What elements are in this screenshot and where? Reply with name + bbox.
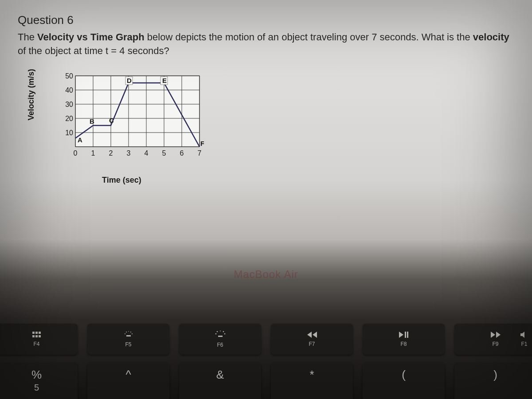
key-8-asterisk[interactable]: * bbox=[271, 363, 353, 399]
ytick-30: 30 bbox=[65, 101, 73, 108]
svg-marker-36 bbox=[313, 332, 317, 338]
x-axis-label: Time (sec) bbox=[102, 176, 141, 185]
svg-marker-37 bbox=[399, 332, 403, 338]
velocity-time-chart: Velocity (m/s) bbox=[40, 71, 217, 196]
svg-point-32 bbox=[216, 331, 218, 332]
svg-point-31 bbox=[224, 333, 225, 334]
svg-marker-42 bbox=[520, 332, 524, 338]
key-9-paren-open[interactable]: ( bbox=[363, 363, 445, 399]
svg-marker-41 bbox=[496, 332, 501, 338]
key-f8[interactable]: F8 bbox=[363, 324, 445, 355]
ytick-10: 10 bbox=[65, 129, 73, 137]
point-label-A: A bbox=[78, 136, 82, 144]
play-pause-icon bbox=[399, 331, 409, 339]
key-7-ampersand[interactable]: & bbox=[179, 363, 261, 399]
percent-symbol: % bbox=[31, 368, 42, 382]
q-text-3: of the object at time t = 4 seconds? bbox=[18, 45, 169, 56]
point-label-E: E bbox=[162, 77, 167, 84]
svg-rect-20 bbox=[32, 335, 35, 337]
svg-point-33 bbox=[223, 331, 224, 332]
chart-svg: 50 40 30 20 10 0 1 2 3 4 5 6 7 A bbox=[62, 71, 204, 169]
q-text-1: The bbox=[18, 31, 37, 43]
q-bold-1: Velocity vs Time Graph bbox=[37, 31, 145, 43]
f4-label: F4 bbox=[33, 341, 39, 347]
f9-label: F9 bbox=[492, 341, 498, 347]
point-label-C: C bbox=[109, 117, 114, 124]
xtick-7: 7 bbox=[198, 149, 202, 157]
caret-symbol: ^ bbox=[125, 368, 131, 382]
svg-rect-17 bbox=[32, 332, 35, 334]
svg-point-27 bbox=[130, 332, 131, 332]
laptop-brand-label: MacBook Air bbox=[0, 268, 532, 281]
xtick-6: 6 bbox=[180, 149, 184, 157]
svg-point-34 bbox=[219, 331, 221, 331]
q-text-2: below depicts the motion of an object tr… bbox=[145, 31, 473, 43]
point-label-D: D bbox=[127, 77, 132, 84]
xtick-5: 5 bbox=[162, 149, 166, 157]
xtick-1: 1 bbox=[91, 149, 95, 157]
svg-rect-39 bbox=[407, 332, 408, 338]
svg-marker-35 bbox=[307, 332, 312, 338]
keyboard-brightness-down-icon bbox=[124, 331, 133, 340]
mute-icon bbox=[520, 331, 528, 339]
rewind-icon bbox=[307, 331, 317, 339]
svg-rect-29 bbox=[218, 336, 223, 337]
svg-point-25 bbox=[132, 333, 133, 334]
svg-rect-19 bbox=[39, 332, 41, 334]
ampersand-symbol: & bbox=[216, 368, 224, 382]
question-number: Question 6 bbox=[18, 13, 514, 27]
key-6-caret[interactable]: ^ bbox=[87, 363, 169, 399]
svg-rect-18 bbox=[35, 332, 38, 334]
key-0-paren-close[interactable]: ) bbox=[454, 363, 532, 399]
xtick-3: 3 bbox=[127, 149, 131, 157]
xtick-2: 2 bbox=[109, 149, 113, 157]
key-f6[interactable]: F6 bbox=[179, 324, 261, 355]
y-axis-label: Velocity (m/s) bbox=[27, 69, 36, 120]
svg-rect-22 bbox=[39, 335, 41, 337]
asterisk-symbol: * bbox=[309, 368, 314, 382]
svg-point-28 bbox=[128, 331, 129, 332]
q-bold-2: velocity bbox=[473, 31, 509, 43]
launchpad-icon bbox=[32, 331, 41, 339]
svg-marker-40 bbox=[491, 332, 495, 338]
fast-forward-icon bbox=[491, 331, 501, 339]
ytick-40: 40 bbox=[65, 86, 73, 94]
svg-point-26 bbox=[126, 332, 127, 332]
keyboard-brightness-up-icon bbox=[215, 331, 226, 340]
key-f4[interactable]: F4 bbox=[0, 324, 78, 355]
svg-rect-0 bbox=[75, 76, 200, 147]
f6-label: F6 bbox=[217, 342, 223, 348]
svg-rect-23 bbox=[126, 335, 131, 336]
f5-label: F5 bbox=[125, 341, 131, 348]
key-f5[interactable]: F5 bbox=[87, 324, 169, 355]
paren-close-symbol: ) bbox=[493, 368, 497, 382]
svg-point-30 bbox=[215, 333, 216, 334]
question-text: The Velocity vs Time Graph below depicts… bbox=[18, 31, 514, 58]
svg-point-24 bbox=[125, 333, 125, 334]
point-label-B: B bbox=[90, 117, 94, 125]
key-5-percent[interactable]: % 5 bbox=[0, 363, 78, 399]
f7-label: F7 bbox=[309, 341, 315, 347]
svg-rect-21 bbox=[35, 335, 38, 337]
paren-open-symbol: ( bbox=[402, 368, 406, 382]
ytick-50: 50 bbox=[65, 72, 73, 80]
xtick-4: 4 bbox=[145, 149, 149, 157]
svg-rect-38 bbox=[405, 332, 406, 338]
ytick-20: 20 bbox=[65, 115, 73, 122]
keyboard: 0 F4 F5 F6 F7 F8 F9 F1 $ bbox=[0, 310, 532, 399]
key-f10-edge[interactable]: F1 bbox=[514, 324, 532, 355]
digit-5: 5 bbox=[34, 383, 39, 393]
f10-label: F1 bbox=[521, 341, 527, 347]
xtick-0: 0 bbox=[74, 149, 78, 157]
point-label-F: F bbox=[200, 140, 204, 147]
f8-label: F8 bbox=[400, 341, 407, 347]
key-f7[interactable]: F7 bbox=[271, 324, 353, 355]
